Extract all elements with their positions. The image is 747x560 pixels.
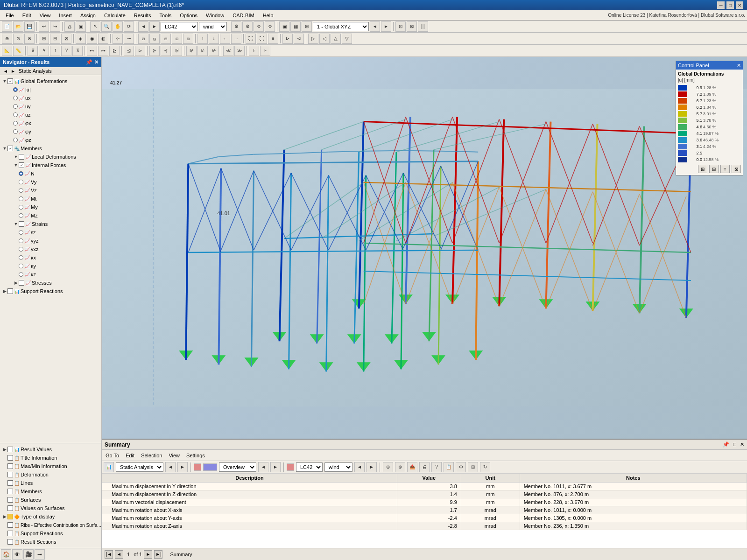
expand-title-info[interactable] bbox=[2, 455, 7, 461]
t2-btn9[interactable]: ◐ bbox=[98, 34, 108, 44]
menu-options[interactable]: Options bbox=[176, 12, 201, 19]
open-btn[interactable]: 📂 bbox=[13, 21, 23, 32]
radio-phix[interactable] bbox=[13, 121, 18, 126]
t2-btn27[interactable]: ◁ bbox=[319, 34, 330, 44]
summary-lc-next[interactable]: ► bbox=[366, 462, 377, 472]
cb-surfaces[interactable] bbox=[7, 497, 13, 503]
t2-btn17[interactable]: ↑ bbox=[197, 34, 208, 44]
t2-btn12[interactable]: ⧄ bbox=[138, 34, 148, 44]
t2-btn25[interactable]: ⊲ bbox=[294, 34, 304, 44]
t2-btn22[interactable]: ⛶ bbox=[257, 34, 267, 44]
t3-btn4[interactable]: ⊻ bbox=[39, 46, 49, 56]
view-combo[interactable]: 1 - Global XYZ bbox=[313, 22, 369, 31]
bottom-maxmin[interactable]: 📋 Max/Min Information bbox=[0, 462, 101, 470]
t2-btn19[interactable]: ← bbox=[220, 34, 230, 44]
t3-btn21[interactable]: ⊧ bbox=[249, 46, 259, 56]
cb-maxmin[interactable] bbox=[7, 463, 13, 469]
menu-cad-bim[interactable]: CAD-BIM bbox=[229, 12, 258, 19]
bottom-ribs[interactable]: 📋 Ribs - Effective Contribution on Surfa… bbox=[0, 521, 101, 529]
expand-deformation[interactable] bbox=[2, 472, 7, 477]
tools-btn1[interactable]: ⚙ bbox=[231, 21, 241, 32]
summary-maximize-btn[interactable]: □ bbox=[733, 441, 736, 448]
bottom-deformation[interactable]: 📋 Deformation bbox=[0, 470, 101, 479]
maximize-btn[interactable]: □ bbox=[726, 1, 734, 9]
radio-ux[interactable] bbox=[13, 96, 18, 100]
page-first-btn[interactable]: |◄ bbox=[105, 550, 113, 559]
t2-btn14[interactable]: ⧆ bbox=[161, 34, 171, 44]
summary-copy-btn[interactable]: 📋 bbox=[444, 462, 454, 472]
bottom-title-info[interactable]: 📋 Title Information bbox=[0, 454, 101, 462]
t2-btn11[interactable]: ⊸ bbox=[124, 34, 134, 44]
lc-prev-btn[interactable]: ◄ bbox=[138, 21, 148, 32]
summary-print-btn[interactable]: 🖨 bbox=[419, 462, 430, 472]
radio-phiy[interactable] bbox=[13, 129, 18, 134]
close-btn[interactable]: ✕ bbox=[736, 1, 743, 9]
cp-icon-3[interactable]: ≡ bbox=[720, 165, 730, 173]
checkbox-support-react[interactable] bbox=[7, 288, 13, 294]
expand-support-reactions[interactable] bbox=[2, 531, 7, 536]
tools-btn3[interactable]: ⚙ bbox=[254, 21, 264, 32]
cb-lines[interactable] bbox=[7, 480, 13, 486]
model-view-icon[interactable]: 🏠 bbox=[1, 549, 11, 560]
bottom-surfaces[interactable]: 📋 Surfaces bbox=[0, 496, 101, 504]
tree-phiz[interactable]: 📈 φz bbox=[0, 136, 101, 144]
nav-forward-btn[interactable]: ► bbox=[9, 69, 17, 74]
checkbox-strains[interactable] bbox=[19, 221, 24, 227]
radio-ky[interactable] bbox=[19, 264, 23, 268]
bottom-values-surfaces[interactable]: 📋 Values on Surfaces bbox=[0, 504, 101, 512]
lc-combo[interactable]: LC42 bbox=[161, 22, 198, 31]
expand-strains[interactable]: ▼ bbox=[13, 221, 19, 227]
t2-btn18[interactable]: ↓ bbox=[209, 34, 219, 44]
bottom-result-values[interactable]: ▶ 📊 Result Values bbox=[0, 445, 101, 454]
t3-btn12[interactable]: ⊳ bbox=[135, 46, 145, 56]
tools-btn2[interactable]: ⚙ bbox=[242, 21, 253, 32]
cp-icon-4[interactable]: ⊠ bbox=[732, 165, 741, 173]
t3-btn14[interactable]: ⊰ bbox=[161, 46, 171, 56]
radio-Vz[interactable] bbox=[19, 188, 23, 193]
tree-Mz[interactable]: 📈 Mz bbox=[0, 211, 101, 220]
summary-menu-settings[interactable]: Settings bbox=[184, 453, 207, 458]
zoom-btn[interactable]: 🔍 bbox=[101, 21, 112, 32]
cb-result-values[interactable] bbox=[7, 447, 13, 452]
page-next-btn[interactable]: ► bbox=[144, 550, 152, 559]
expand-stresses[interactable]: ▶ bbox=[13, 280, 19, 286]
minimize-btn[interactable]: ─ bbox=[717, 1, 725, 9]
menu-assign[interactable]: Assign bbox=[77, 12, 99, 19]
radio-ez[interactable] bbox=[19, 230, 23, 235]
cb-ribs[interactable] bbox=[7, 522, 13, 528]
tree-ux[interactable]: 📈 ux bbox=[0, 94, 101, 102]
radio-Vy[interactable] bbox=[19, 180, 23, 184]
expand-members[interactable]: ▼ bbox=[2, 146, 7, 151]
summary-float-btn[interactable]: 📌 bbox=[723, 441, 729, 448]
tree-ez[interactable]: 📈 εz bbox=[0, 228, 101, 237]
nav-close-btn[interactable]: ✕ bbox=[94, 59, 99, 65]
bottom-members-disp[interactable]: 📋 Members bbox=[0, 487, 101, 496]
t3-btn3[interactable]: ⊼ bbox=[28, 46, 38, 56]
summary-settings-btn[interactable]: ⚙ bbox=[456, 462, 466, 472]
radio-u-abs[interactable] bbox=[13, 87, 18, 92]
menu-tools[interactable]: Tools bbox=[155, 12, 175, 19]
t2-btn26[interactable]: ▷ bbox=[308, 34, 318, 44]
t2-btn28[interactable]: △ bbox=[331, 34, 341, 44]
view-btn2[interactable]: ▦ bbox=[290, 21, 301, 32]
control-panel-close-btn[interactable]: ✕ bbox=[737, 63, 741, 69]
display-btn2[interactable]: ⊠ bbox=[407, 21, 417, 32]
expand-support-react[interactable]: ▶ bbox=[2, 288, 7, 294]
summary-table-container[interactable]: Description Value Unit Notes Maximum dis… bbox=[102, 473, 747, 548]
t3-btn2[interactable]: 📏 bbox=[13, 46, 23, 56]
t3-btn7[interactable]: ⊼ bbox=[72, 46, 83, 56]
tree-global-deformations[interactable]: ▼ ✓ 📊 Global Deformations bbox=[0, 77, 101, 85]
radio-kz[interactable] bbox=[19, 272, 23, 277]
display-btn1[interactable]: ⊡ bbox=[395, 21, 406, 32]
radio-phiz[interactable] bbox=[13, 138, 18, 142]
viewport[interactable]: 41.27 41.01 40.43 40.08 39.70 bbox=[102, 57, 747, 439]
display-btn3[interactable]: ||| bbox=[418, 21, 428, 32]
cb-type-display[interactable] bbox=[7, 514, 13, 519]
redo-btn[interactable]: ↪ bbox=[50, 21, 60, 32]
cb-deformation[interactable] bbox=[7, 472, 13, 477]
t3-btn22[interactable]: ⊦ bbox=[260, 46, 270, 56]
tree-gyz[interactable]: 📈 γyz bbox=[0, 237, 101, 245]
cp-icon-2[interactable]: ⊟ bbox=[709, 165, 719, 173]
t2-btn16[interactable]: ⧈ bbox=[183, 34, 193, 44]
checkbox-global-def[interactable]: ✓ bbox=[7, 78, 13, 84]
